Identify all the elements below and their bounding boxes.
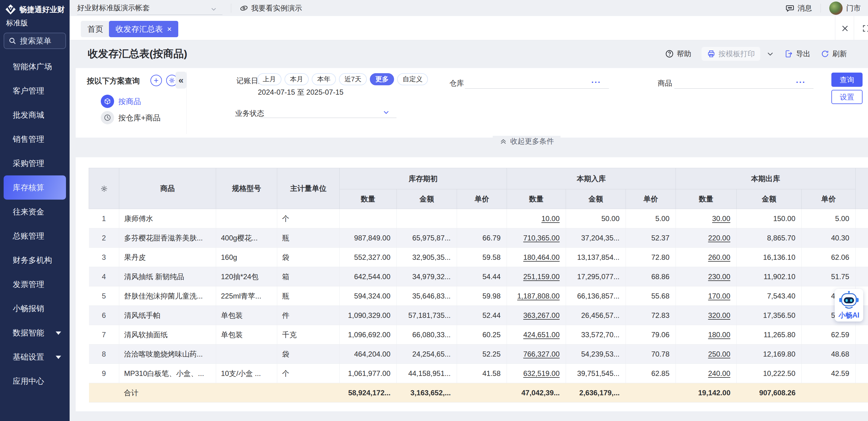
logo-mark-icon	[5, 4, 17, 15]
qty-drill-link[interactable]: 220.00	[676, 228, 737, 248]
status-select[interactable]	[260, 106, 397, 118]
add-scheme-button[interactable]	[150, 75, 162, 86]
messages-button[interactable]: 消息	[785, 3, 812, 13]
user-name: 门市	[846, 3, 861, 13]
fullscreen-icon[interactable]	[862, 24, 868, 33]
qty-drill-link[interactable]: 710,365.00	[507, 228, 566, 248]
table-row: 4清风抽纸 新韧纯品120抽*24包箱642,544.0034,979,32..…	[89, 267, 868, 286]
close-icon[interactable]	[841, 24, 849, 33]
tab-close-icon[interactable]: ×	[167, 25, 172, 33]
scheme-item-by-product[interactable]: 按商品	[101, 95, 141, 108]
sidebar-item[interactable]: 财务多机构	[0, 248, 70, 272]
cell-in_amt: 66,136,857...	[566, 286, 626, 306]
ai-assistant-button[interactable]: 小畅AI	[835, 289, 863, 322]
refresh-button[interactable]: 刷新	[821, 49, 847, 59]
status-filter-label: 业务状态	[235, 108, 264, 118]
sidebar-item[interactable]: 采购管理	[0, 151, 70, 175]
sidebar-item[interactable]: 销售管理	[0, 127, 70, 151]
cell-in_amt: 13,137,854...	[566, 248, 626, 267]
col-group-period-in: 本期入库	[507, 168, 676, 189]
sidebar-item[interactable]: 数据智能	[0, 321, 70, 345]
date-pill[interactable]: 近7天	[339, 73, 367, 85]
sidebar-item[interactable]: 往来资金	[0, 200, 70, 224]
help-button[interactable]: 帮助	[665, 49, 691, 59]
date-pill[interactable]: 本月	[284, 73, 309, 85]
horizontal-scrollbar-track[interactable]	[76, 411, 868, 421]
qty-drill-link[interactable]: 180,464.00	[507, 248, 566, 267]
cell-stub	[856, 345, 868, 364]
date-pill[interactable]: 更多	[370, 73, 394, 85]
qty-drill-link[interactable]: 1,187,808.00	[507, 286, 566, 306]
account-select[interactable]: 好业财标准版演示帐套	[77, 1, 222, 15]
cell-stub	[856, 248, 868, 267]
qty-drill-link[interactable]: 170.00	[676, 286, 737, 306]
cell-unit: 个	[277, 209, 340, 228]
sidebar-item[interactable]: 小畅报销	[0, 296, 70, 321]
tab-active[interactable]: 收发存汇总表 ×	[109, 21, 178, 37]
col-header-amount: 金额	[737, 189, 802, 209]
cell-product: 清风抽纸 新韧纯品	[119, 267, 216, 286]
qty-drill-link[interactable]: 320.00	[676, 306, 737, 325]
qty-drill-link[interactable]: 10.00	[507, 209, 566, 228]
qty-drill-link[interactable]: 230.00	[676, 267, 737, 286]
sidebar-item[interactable]: 库存核算	[4, 175, 66, 200]
query-button[interactable]: 查询	[831, 73, 863, 87]
product-input[interactable]: ...	[674, 76, 813, 89]
qty-drill-link[interactable]: 240.00	[676, 364, 737, 383]
cell-out_amt: 16,136.10	[737, 248, 802, 267]
qty-drill-link[interactable]: 766,327.00	[507, 345, 566, 364]
qty-drill-link[interactable]: 260.00	[676, 248, 737, 267]
qty-drill-link[interactable]: 250.00	[676, 345, 737, 364]
scheme-title: 按以下方案查询	[87, 76, 140, 86]
sidebar-item[interactable]: 批发商城	[0, 103, 70, 127]
refresh-icon	[821, 50, 829, 58]
cell-no: 8	[89, 345, 119, 364]
tab-tools-divider	[835, 16, 835, 40]
ellipsis-icon[interactable]: ...	[591, 75, 601, 85]
sidebar-item[interactable]: 基础设置	[0, 345, 70, 369]
qty-drill-link[interactable]: 251,159.00	[507, 267, 566, 286]
menu-search-input[interactable]: 搜索菜单	[4, 33, 66, 49]
date-pill[interactable]: 自定义	[397, 73, 428, 85]
collapse-more-conditions-button[interactable]: 收起更多条件	[493, 136, 560, 147]
sidebar-item[interactable]: 总账管理	[0, 224, 70, 248]
tab-home[interactable]: 首页	[81, 21, 110, 37]
col-header-price: 单价	[802, 189, 856, 209]
cell-spec	[216, 209, 277, 228]
scheme-item-by-warehouse-product[interactable]: 按仓库+商品	[101, 111, 161, 124]
date-pill[interactable]: 本年	[312, 73, 336, 85]
date-pill[interactable]: 上月	[257, 73, 281, 85]
qty-drill-link[interactable]: 632,519.00	[507, 364, 566, 383]
total-cell-init_qty: 58,924,172...	[340, 383, 397, 402]
chevron-down-icon[interactable]	[766, 50, 774, 58]
sidebar-item[interactable]: 智能体广场	[0, 55, 70, 78]
table-row: 7清风软抽面纸单包装千克1,096,692.0066,080,33...60.2…	[89, 325, 868, 345]
column-settings-button[interactable]	[89, 168, 119, 209]
qty-drill-link[interactable]: 30.00	[676, 209, 737, 228]
qty-drill-link[interactable]: 424,651.00	[507, 325, 566, 345]
cell-init_qty	[340, 209, 397, 228]
cell-out_amt: 7,543.40	[737, 286, 802, 306]
cell-no: 7	[89, 325, 119, 345]
settings-button[interactable]: 设置	[831, 90, 863, 104]
cell-product: 清风软抽面纸	[119, 325, 216, 345]
print-button[interactable]: 按模板打印	[702, 47, 760, 61]
total-cell-init_price	[457, 383, 507, 402]
sidebar-item[interactable]: 客户管理	[0, 78, 70, 103]
warehouse-input[interactable]: ...	[465, 76, 609, 89]
cell-out_price: 62.59	[802, 325, 856, 345]
demo-link[interactable]: 我要看实例演示	[240, 3, 302, 13]
sidebar-item[interactable]: 发票管理	[0, 272, 70, 296]
ellipsis-icon[interactable]: ...	[796, 75, 806, 85]
cell-init_qty: 594,324.00	[340, 286, 397, 306]
cell-init_amt	[397, 209, 457, 228]
qty-drill-link[interactable]: 180.00	[676, 325, 737, 345]
export-button[interactable]: 导出	[784, 49, 810, 59]
table-row: 9MP310白板笔、小盒、...10支/小盒 ...个1,061,977.004…	[89, 364, 868, 383]
cell-in_price: 72.83	[626, 306, 676, 325]
collapse-left-icon[interactable]: «	[176, 72, 186, 89]
qty-drill-link[interactable]: 363,267.00	[507, 306, 566, 325]
sidebar-item[interactable]: 应用中心	[0, 369, 70, 393]
date-range-value[interactable]: 2024-07-15 至 2025-07-15	[258, 88, 343, 97]
avatar[interactable]	[829, 1, 843, 15]
